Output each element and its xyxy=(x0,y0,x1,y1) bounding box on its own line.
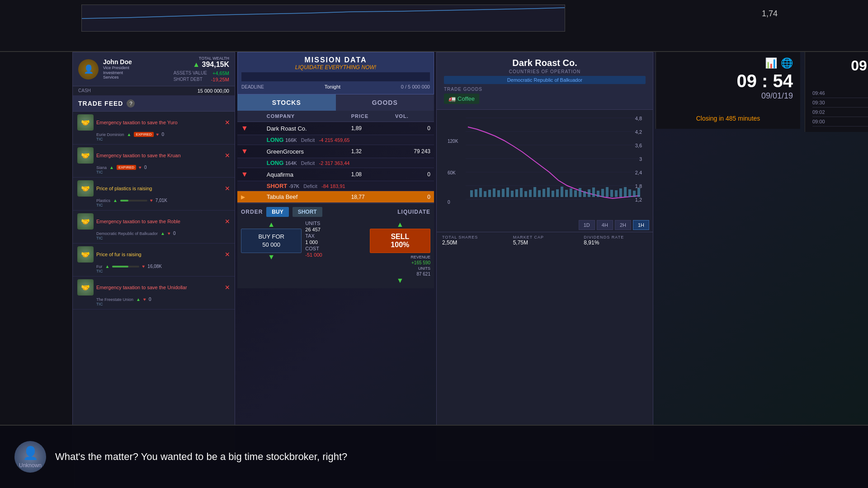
arrow-icon: ▶ xyxy=(241,194,245,200)
feed-close-5[interactable]: ✕ xyxy=(225,284,230,291)
chat-bubble: What's the matter? You wanted to be a bi… xyxy=(55,450,854,464)
feed-avatar-5: 🤝 xyxy=(77,279,94,296)
chart-btn-4h[interactable]: 4H xyxy=(597,220,613,230)
svg-text:4,8: 4,8 xyxy=(635,116,642,121)
secondary-clock-panel: 09 : 5 09/01/ 09:46 S... 09:30 S... 09:0… xyxy=(805,52,868,132)
short-button[interactable]: SHORT xyxy=(292,207,322,217)
svg-text:120K: 120K xyxy=(448,139,458,144)
top-bar: 1,74 xyxy=(0,0,868,52)
svg-rect-34 xyxy=(547,188,550,197)
mission-liquidate: LIQUIDATE EVERYTHING NOW! xyxy=(241,64,430,70)
feed-item-3[interactable]: 🤝 Emergency taxation to save the Roble ✕… xyxy=(73,211,235,244)
short-debt-value: -19,25M xyxy=(211,77,229,82)
svg-rect-36 xyxy=(556,189,559,197)
chart-btn-1d[interactable]: 1D xyxy=(579,220,595,230)
svg-rect-39 xyxy=(570,188,572,197)
up-arrow-icon: ▲ xyxy=(241,221,302,229)
svg-text:4,2: 4,2 xyxy=(635,129,642,135)
notif-1: 09:30 S... xyxy=(812,98,868,108)
liquidate-stats: REVENUE +165 590 UNITS 87 621 xyxy=(370,255,430,277)
coffee-label: Coffee xyxy=(458,95,475,102)
svg-rect-42 xyxy=(583,191,586,197)
secondary-clock-date: 09/01/ xyxy=(812,74,868,81)
chat-text: What's the matter? You wanted to be a bi… xyxy=(55,450,854,464)
svg-rect-47 xyxy=(606,187,609,197)
sell-button[interactable]: SELL 100% xyxy=(370,229,430,253)
feed-avatar-3: 🤝 xyxy=(77,213,94,230)
svg-text:3: 3 xyxy=(639,156,642,162)
svg-rect-43 xyxy=(588,189,590,197)
svg-rect-22 xyxy=(493,188,495,197)
feed-item-5[interactable]: 🤝 Emergency taxation to save the Unidoll… xyxy=(73,277,235,310)
notification-list: 09:46 S... 09:30 S... 09:02 St... 09:00 … xyxy=(812,89,868,127)
bottom-chat: 👤 Unknown What's the matter? You wanted … xyxy=(0,425,868,488)
dividends-rate: DIVIDENDS RATE 8,91% xyxy=(584,235,647,246)
svg-rect-28 xyxy=(520,188,523,197)
notif-0: 09:46 S... xyxy=(812,89,868,98)
trade-goods-label: TRADE GOODS xyxy=(444,87,646,92)
feed-item-1[interactable]: 🤝 Emergency taxation to save the Kruan ✕… xyxy=(73,145,235,178)
trade-good-badge: 🚛 Coffee xyxy=(444,94,479,104)
mission-deadline-row: DEADLINE Tonight 0 / 5 000 000 xyxy=(241,83,430,90)
svg-rect-18 xyxy=(475,189,477,197)
liquidate-label: LIQUIDATE xyxy=(397,209,430,215)
feed-text-5: Emergency taxation to save the Unidollar xyxy=(96,285,222,290)
table-row-selected[interactable]: ▶ Tabula Beef 18,77 0 xyxy=(237,191,434,203)
arrow-down-icon: ▼ xyxy=(241,147,248,155)
feed-close-3[interactable]: ✕ xyxy=(225,218,230,225)
left-panel: 👤 John Doe Vice President Investment Ser… xyxy=(72,52,235,461)
svg-rect-41 xyxy=(579,188,581,197)
tab-goods[interactable]: GOODS xyxy=(336,94,434,111)
feed-text-2: Price of plastics is raising xyxy=(96,186,222,191)
order-label: ORDER xyxy=(241,209,263,215)
order-stats-col: UNITS 26 457 TAX 1 000 COST -5 xyxy=(305,221,366,285)
feed-item-2[interactable]: 🤝 Price of plastics is raising ✕ Plastic… xyxy=(73,178,235,211)
chart-btn-1h[interactable]: 1H xyxy=(633,220,649,230)
table-row[interactable]: ▼ Aquafirma 1,08 0 xyxy=(237,168,434,181)
svg-rect-51 xyxy=(624,187,627,197)
profile-name: John Doe xyxy=(103,58,169,66)
svg-rect-38 xyxy=(565,190,568,197)
total-wealth-value: ▲ 394,15K xyxy=(174,61,229,69)
feed-close-4[interactable]: ✕ xyxy=(225,251,230,258)
svg-text:3,6: 3,6 xyxy=(635,143,642,148)
feed-item-0[interactable]: 🤝 Emergency taxation to save the Yuro ✕ … xyxy=(73,112,235,145)
notif-2: 09:02 St... xyxy=(812,108,868,117)
company-stats: TOTAL SHARES 2,50M MARKET CAP 5,75M DIVI… xyxy=(437,232,653,249)
svg-rect-54 xyxy=(637,188,640,197)
chat-avatar: 👤 Unknown xyxy=(14,441,46,473)
secondary-clock-time: 09 : 5 xyxy=(812,57,868,74)
feed-item-4[interactable]: 🤝 Price of fur is raising ✕ Fur ▲ ♥ 16,0… xyxy=(73,244,235,277)
buy-button[interactable]: BUY xyxy=(266,207,288,217)
countries-label: COUNTRIES OF OPERATION xyxy=(444,69,646,74)
profile-title: Vice President Investment Services xyxy=(103,66,169,80)
svg-rect-50 xyxy=(619,188,622,197)
position-row-2: SHORT -97K Deficit -84 183,91 xyxy=(237,181,434,191)
tab-stocks[interactable]: STOCKS xyxy=(237,94,336,111)
table-row[interactable]: ▼ GreenGrocers 1,32 79 243 xyxy=(237,145,434,158)
position-row-0: LONG 166K Deficit -4 215 459,65 xyxy=(237,135,434,145)
country-badge[interactable]: Democratic Republic of Balkuador xyxy=(444,76,646,84)
svg-rect-31 xyxy=(533,187,536,197)
wealth-section: TOTAL WEALTH ▲ 394,15K ASSETS VALUE +4,6… xyxy=(174,56,229,82)
chart-area: 4,8 4,2 3,6 3 2,4 1,8 1,2 120K 60K 0 xyxy=(437,110,653,218)
order-section: ORDER BUY SHORT LIQUIDATE ▲ BUY FOR 50 0… xyxy=(237,203,434,288)
buy-for-button[interactable]: BUY FOR 50 000 xyxy=(241,229,302,253)
feed-text-4: Price of fur is raising xyxy=(96,252,222,257)
mission-title: MISSION DATA xyxy=(241,56,430,64)
stock-table: COMPANY PRICE VOL. ▼ Dark Roast Co. 1,89… xyxy=(237,111,434,203)
feed-close-0[interactable]: ✕ xyxy=(225,119,230,126)
mission-progress-text: 0 / 5 000 000 xyxy=(401,84,430,89)
help-icon[interactable]: ? xyxy=(127,99,135,108)
clock-panel: 📊 🌐 09 : 54 09/01/19 Closing in 485 minu… xyxy=(656,52,800,129)
feed-close-1[interactable]: ✕ xyxy=(225,152,230,159)
chart-icon: 📊 xyxy=(765,57,777,69)
market-cap: MARKET CAP 5,75M xyxy=(513,235,577,246)
arrow-down-icon: ▼ xyxy=(241,170,248,178)
progress-bar-2 xyxy=(120,200,147,202)
chart-btn-2h[interactable]: 2H xyxy=(615,220,631,230)
svg-rect-32 xyxy=(538,190,541,197)
table-row[interactable]: ▼ Dark Roast Co. 1,89 0 xyxy=(237,122,434,135)
feed-close-2[interactable]: ✕ xyxy=(225,185,230,192)
right-panel: Dark Roast Co. COUNTRIES OF OPERATION De… xyxy=(436,52,653,461)
